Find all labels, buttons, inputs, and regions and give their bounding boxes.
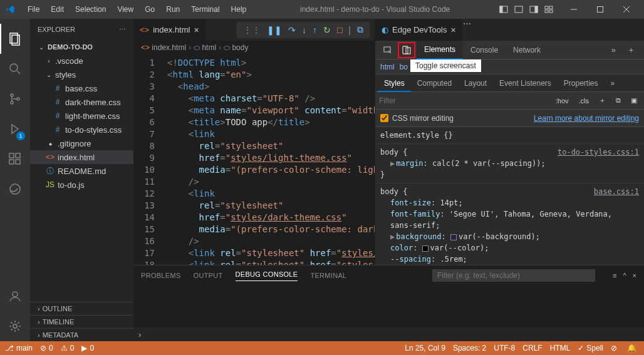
section-outline[interactable]: ›OUTLINE [30,302,133,315]
layout-left-icon[interactable] [499,4,509,14]
styles-tab-properties[interactable]: Properties [558,75,605,92]
panel-maximize-icon[interactable]: ^ [623,272,626,279]
tab-edge-devtools[interactable]: ◐ Edge DevTools × [375,19,463,41]
menu-file[interactable]: File [23,3,44,16]
status-item[interactable]: ⊘ [611,344,620,352]
status-item[interactable]: ⎇main [5,344,33,352]
step-out-icon[interactable]: ↑ [313,25,317,35]
panel-settings-icon[interactable]: ≡ [613,272,616,279]
pause-icon[interactable]: ❚❚ [267,25,282,35]
step-into-icon[interactable]: ↓ [302,25,306,35]
editor-breadcrumb-footer[interactable]: › [133,327,644,341]
devtools-tab-console[interactable]: Console [463,41,506,59]
css-rule[interactable]: element.style {} [375,127,644,144]
code-editor[interactable]: <!DOCTYPE html><html lang="en"> <head> <… [162,54,375,265]
menu-help[interactable]: Help [226,3,252,16]
status-item[interactable]: 🔔 [627,344,639,352]
extensions-icon[interactable] [0,144,30,174]
search-icon[interactable] [0,54,30,84]
section-timeline[interactable]: ›TIMELINE [30,315,133,328]
more-icon[interactable]: ⋯ [119,26,126,34]
breadcrumb-item[interactable]: ⬭ html [194,43,216,52]
toggle-screencast-icon[interactable] [398,42,415,58]
status-item[interactable]: ⊘0 [40,344,53,352]
settings-gear-icon[interactable] [0,311,30,341]
status-item[interactable]: CRLF [522,344,542,352]
menu-terminal[interactable]: Terminal [186,3,224,16]
copy-styles-icon[interactable]: ⧉ [613,95,624,106]
breadcrumbs[interactable]: <> index.html›⬭ html›⬭ body [133,41,375,54]
drag-handle-icon[interactable]: ⋮⋮ [243,25,261,35]
toggle-tools-icon[interactable]: ⧉ [357,24,363,35]
breadcrumb-item[interactable]: <> index.html [141,43,186,52]
file-light-theme-css[interactable]: #light-theme.css [30,109,133,123]
file-README-md[interactable]: ⓘREADME.md [30,164,133,178]
stop-icon[interactable]: □ [337,25,342,35]
more-icon[interactable]: ⋯ [463,19,471,28]
close-button[interactable] [614,0,639,19]
dom-crumb[interactable]: bo [400,63,408,71]
status-item[interactable]: Spaces: 2 [453,344,486,352]
toggle-layout-icon[interactable]: ▣ [628,95,640,106]
source-control-icon[interactable] [0,84,30,114]
panel-tab-problems[interactable]: PROBLEMS [141,272,181,279]
rule-source-link[interactable]: to-do-styles.css:1 [558,147,639,158]
css-rule[interactable]: to-do-styles.css:1body {▶margin: calc(2 … [375,144,644,183]
file--gitignore[interactable]: ⬥.gitignore [30,136,133,150]
step-over-icon[interactable]: ↷ [288,25,296,35]
panel-tab-debug-console[interactable]: DEBUG CONSOLE [236,270,298,281]
status-item[interactable]: ⚠0 [61,344,75,352]
styles-tab-styles[interactable]: Styles [378,75,411,92]
folder-styles[interactable]: ⌄styles [30,68,133,81]
file-index-html[interactable]: <>index.html [30,150,133,164]
breadcrumb-item[interactable]: ⬭ body [224,43,248,52]
styles-tab-layout[interactable]: Layout [458,75,493,92]
restart-icon[interactable]: ↻ [323,25,331,35]
run-debug-icon[interactable]: 1 [0,114,30,144]
add-tab-icon[interactable]: ＋ [622,44,640,56]
more-tabs-icon[interactable]: » [606,45,621,54]
menu-run[interactable]: Run [161,3,185,16]
devtools-tab-elements[interactable]: Elements [417,41,463,59]
menu-view[interactable]: View [112,3,138,16]
tab-index-html[interactable]: <> index.html × [133,19,206,41]
minimize-button[interactable] [561,0,586,19]
folder--vscode[interactable]: ›.vscode [30,54,133,68]
panel-tab-output[interactable]: OUTPUT [194,272,223,279]
menu-go[interactable]: Go [140,3,160,16]
mirror-link[interactable]: Learn more about mirror editing [534,114,639,123]
status-item[interactable]: HTML [550,344,571,352]
section-metadata[interactable]: ›METADATA [30,328,133,341]
panel-tab-terminal[interactable]: TERMINAL [310,272,346,279]
status-item[interactable]: ▶0 [81,344,94,352]
edge-icon[interactable] [0,174,30,204]
styles-filter-input[interactable] [379,96,549,105]
more-styles-tabs-icon[interactable]: » [605,75,621,92]
status-item[interactable]: Ln 25, Col 9 [405,344,445,352]
dom-crumb[interactable]: html [380,63,395,71]
add-rule-icon[interactable]: ＋ [596,95,609,106]
layout-bottom-icon[interactable] [514,4,524,14]
menu-selection[interactable]: Selection [70,3,111,16]
maximize-button[interactable] [588,0,613,19]
cls-button[interactable]: .cls [576,96,593,106]
css-rule[interactable]: base.css:1body {font-size: 14pt;font-fam… [375,183,644,265]
close-tab-icon[interactable]: × [194,25,199,35]
layout-right-icon[interactable] [529,4,539,14]
file-dark-theme-css[interactable]: #dark-theme.css [30,95,133,109]
mirror-checkbox[interactable] [380,114,388,122]
file-to-do-js[interactable]: JSto-do.js [30,178,133,192]
account-icon[interactable] [0,281,30,311]
panel-close-icon[interactable]: × [633,272,636,279]
styles-rules[interactable]: element.style {}to-do-styles.css:1body {… [375,127,644,265]
inspect-element-icon[interactable] [379,42,397,58]
hov-button[interactable]: :hov [553,96,572,106]
close-tab-icon[interactable]: × [450,25,455,35]
explorer-icon[interactable] [0,24,30,54]
devtools-tab-network[interactable]: Network [506,41,548,59]
styles-tab-event-listeners[interactable]: Event Listeners [493,75,558,92]
status-item[interactable]: UTF-8 [494,344,515,352]
file-to-do-styles-css[interactable]: #to-do-styles.css [30,123,133,136]
project-root[interactable]: ⌄DEMO-TO-DO [30,40,133,54]
styles-tab-computed[interactable]: Computed [411,75,458,92]
